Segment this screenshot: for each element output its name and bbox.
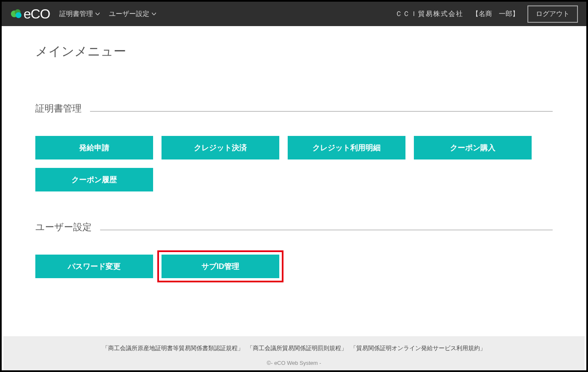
nav-label: ユーザー設定 — [109, 10, 149, 19]
nav-user-settings[interactable]: ユーザー設定 — [109, 10, 156, 19]
nav-certificate-management[interactable]: 証明書管理 — [59, 10, 100, 19]
footer-link[interactable]: 「貿易関係証明オンライン発給サービス利用規約」 — [350, 345, 486, 352]
logo-icon — [10, 8, 23, 20]
footer-links: 「商工会議所原産地証明書等貿易関係書類認証規程」「商工会議所貿易関係証明罰則規程… — [3, 345, 585, 352]
content: メインメニュー 証明書管理 発給申請クレジット決済クレジット利用明細クーポン購入… — [2, 26, 586, 316]
section-title: 証明書管理 — [35, 102, 82, 115]
nav-menu: 証明書管理 ユーザー設定 — [59, 10, 156, 19]
footer-copyright: ©- eCO Web System - — [3, 360, 585, 366]
credit-statement-button[interactable]: クレジット利用明細 — [288, 136, 405, 159]
section-certificate-management: 証明書管理 発給申請クレジット決済クレジット利用明細クーポン購入クーポン履歴 — [35, 102, 553, 191]
credit-payment-button[interactable]: クレジット決済 — [162, 136, 279, 159]
footer-link[interactable]: 「商工会議所原産地証明書等貿易関係書類認証規程」 — [102, 345, 244, 352]
header-right: ＣＣＩ貿易株式会社 【名商 一郎】 ログアウト — [395, 5, 578, 23]
chevron-down-icon — [152, 13, 156, 15]
section-divider — [100, 230, 553, 230]
svg-point-2 — [16, 12, 21, 18]
nav-label: 証明書管理 — [59, 10, 93, 19]
logo[interactable]: eCO — [10, 6, 50, 22]
section-divider — [90, 111, 553, 112]
coupon-history-button[interactable]: クーポン履歴 — [35, 168, 153, 191]
coupon-purchase-button[interactable]: クーポン購入 — [414, 136, 532, 159]
section-user-settings: ユーザー設定 パスワード変更サブID管理 — [35, 221, 553, 278]
button-grid: パスワード変更サブID管理 — [35, 255, 553, 278]
sub-id-management-button[interactable]: サブID管理 — [162, 255, 279, 278]
section-header: ユーザー設定 — [35, 221, 553, 234]
user-name: 【名商 一郎】 — [472, 10, 519, 19]
logo-text: eCO — [24, 6, 50, 22]
highlight-frame: サブID管理 — [157, 250, 283, 282]
button-grid: 発給申請クレジット決済クレジット利用明細クーポン購入クーポン履歴 — [35, 136, 553, 191]
chevron-down-icon — [95, 13, 100, 15]
company-name: ＣＣＩ貿易株式会社 — [395, 10, 464, 19]
issue-application-button[interactable]: 発給申請 — [35, 136, 153, 159]
logout-button[interactable]: ログアウト — [527, 5, 578, 23]
header: eCO 証明書管理 ユーザー設定 ＣＣＩ貿易株式会社 【名商 一郎】 ログアウト — [2, 2, 586, 26]
section-header: 証明書管理 — [35, 102, 553, 115]
password-change-button[interactable]: パスワード変更 — [35, 255, 153, 278]
footer: 「商工会議所原産地証明書等貿易関係書類認証規程」「商工会議所貿易関係証明罰則規程… — [3, 336, 585, 370]
footer-link[interactable]: 「商工会議所貿易関係証明罰則規程」 — [247, 345, 347, 352]
page-title: メインメニュー — [35, 43, 553, 60]
section-title: ユーザー設定 — [35, 221, 92, 234]
